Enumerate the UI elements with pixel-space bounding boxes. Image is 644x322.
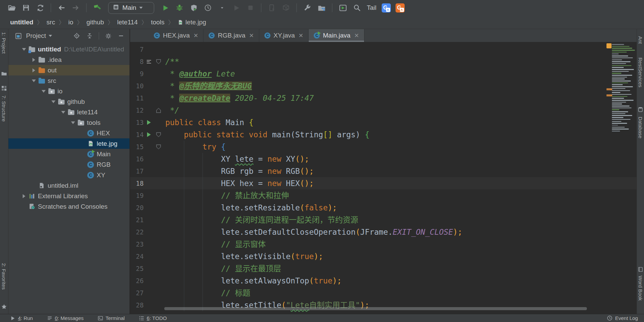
wrench-icon[interactable] — [300, 1, 314, 15]
close-icon[interactable]: ✕ — [299, 32, 303, 39]
gear-icon[interactable] — [103, 31, 113, 41]
close-icon[interactable]: ✕ — [193, 32, 198, 39]
debug-icon[interactable] — [172, 1, 187, 15]
profiler-icon[interactable] — [201, 1, 215, 15]
breadcrumb-file[interactable]: lete.jpg — [178, 19, 206, 26]
tree-item-untitled[interactable]: untitledD:\Lete\IDEA\untitled — [8, 44, 129, 54]
code-line[interactable]: 26 lete.setAlwaysOnTop(true); — [130, 275, 637, 287]
breadcrumb-item[interactable]: lete114 — [117, 19, 138, 26]
code-line[interactable]: 15 try { — [130, 141, 637, 153]
close-icon[interactable]: ✕ — [249, 32, 254, 39]
toolwindow-button-structure[interactable]: 7: Structure — [1, 95, 7, 122]
open-file-icon[interactable] — [5, 1, 19, 15]
tree-item-rgb[interactable]: CRGB — [8, 159, 129, 170]
chevron-down-icon[interactable] — [49, 35, 52, 37]
inspections-status-square[interactable] — [606, 43, 612, 48]
code-line[interactable]: 20 lete.setResizable(false); — [130, 202, 637, 214]
breadcrumb-item[interactable]: src — [47, 19, 55, 26]
breadcrumb-item[interactable]: github — [87, 19, 104, 26]
translate-orange-icon[interactable]: GA — [396, 3, 405, 13]
toolwindow-button-restservices[interactable]: RestServices — [638, 58, 643, 87]
tree-open-arrow[interactable] — [20, 48, 28, 51]
status-item-0-messages[interactable]: 0: Messages — [47, 315, 84, 321]
code-line[interactable]: 17 RGB rgb = new RGB(); — [130, 165, 637, 177]
toolwindow-button-wordbook[interactable]: Word Book — [638, 276, 643, 301]
tree-open-arrow[interactable] — [40, 90, 48, 93]
back-arrow-icon[interactable] — [54, 1, 69, 15]
toolwindow-button-project[interactable]: 1: Project — [1, 32, 7, 53]
code-line[interactable]: 18 HEX hex = new HEX(); — [130, 177, 637, 189]
status-item-6-todo[interactable]: 6: TODO — [139, 315, 167, 321]
tree-item-xy[interactable]: CXY — [8, 170, 129, 180]
error-stripe-mark[interactable] — [606, 94, 612, 96]
error-stripe-mark[interactable] — [606, 88, 612, 90]
close-icon[interactable]: ✕ — [354, 32, 359, 39]
code-line[interactable]: 11 * @createDate 2020- 04-25 17:47 — [130, 92, 637, 104]
build-hammer-icon[interactable] — [90, 1, 104, 15]
toolwindow-button-favorites[interactable]: 2: Favorites — [1, 263, 7, 290]
tree-item-scratches-and-consoles[interactable]: Scratches and Consoles — [8, 201, 129, 212]
code-line[interactable]: 23 // 显示窗体 — [130, 238, 637, 250]
tab-main-java[interactable]: CMain.java✕ — [309, 29, 364, 42]
tab-xy-java[interactable]: CXY.java✕ — [259, 29, 309, 42]
structure-tool-icon[interactable] — [1, 85, 7, 91]
save-all-icon[interactable] — [19, 1, 33, 15]
horizontal-scrollbar[interactable] — [164, 307, 587, 310]
status-item-terminal[interactable]: Terminal — [98, 315, 125, 321]
tab-rgb-java[interactable]: CRGB.java✕ — [204, 29, 259, 42]
code-line[interactable]: 12 */ — [130, 104, 637, 116]
translate-blue-icon[interactable]: GA — [382, 3, 391, 13]
tree-item-hex[interactable]: CHEX — [8, 128, 129, 138]
breadcrumb-item[interactable]: untitled — [10, 19, 33, 26]
dropdown-arrow-icon[interactable] — [215, 1, 229, 15]
tree-open-arrow[interactable] — [69, 121, 77, 124]
status-item-event-log[interactable]: Event Log — [607, 315, 638, 321]
folder-tool-icon[interactable] — [1, 71, 7, 77]
tab-hex-java[interactable]: CHEX.java✕ — [149, 29, 204, 42]
tree-item-main[interactable]: CMain — [8, 149, 129, 159]
tree-closed-arrow[interactable] — [30, 68, 38, 72]
tail-label[interactable]: Tail — [367, 4, 377, 12]
code-line[interactable]: 10 * @乐特的程序永无BUG — [130, 80, 637, 92]
code-line[interactable]: 27 // 标题 — [130, 287, 637, 299]
code-line[interactable]: 13public class Main { — [130, 116, 637, 129]
tree-open-arrow[interactable] — [59, 111, 67, 114]
tree-open-arrow[interactable] — [49, 100, 57, 103]
tree-item--idea[interactable]: .idea — [8, 54, 129, 65]
breadcrumb-item[interactable]: tools — [151, 19, 164, 26]
tree-item-untitled-iml[interactable]: untitled.iml — [8, 180, 129, 191]
project-structure-icon[interactable] — [314, 1, 329, 15]
favorites-star-icon[interactable] — [1, 304, 7, 310]
code-line[interactable]: 8/** — [130, 55, 637, 68]
code-line[interactable]: 9 * @author Lete — [130, 68, 637, 80]
tree-closed-arrow[interactable] — [30, 58, 38, 62]
code-minimap[interactable] — [612, 44, 635, 133]
locate-file-icon[interactable] — [72, 31, 82, 41]
run-line-marker[interactable] — [144, 129, 154, 141]
tree-open-arrow[interactable] — [30, 79, 38, 82]
synchronize-icon[interactable] — [33, 1, 47, 15]
toolwindow-button-ant[interactable]: Ant — [638, 36, 643, 44]
fold-marker[interactable] — [154, 141, 163, 153]
tree-item-out[interactable]: out — [8, 65, 129, 75]
tree-item-src[interactable]: src — [8, 75, 129, 86]
breadcrumb-item[interactable]: io — [68, 19, 73, 26]
collapse-all-icon[interactable] — [85, 31, 95, 41]
wordbook-icon[interactable] — [638, 267, 644, 273]
database-icon[interactable] — [638, 107, 644, 113]
status-item-4-run[interactable]: 4: Run — [10, 315, 33, 321]
code-line[interactable]: 21 // 关闭时连同进程一起关闭，节约资源 — [130, 214, 637, 226]
code-line[interactable]: 14 public static void main(String[] args… — [130, 129, 637, 141]
tree-item-tools[interactable]: tools — [8, 117, 129, 128]
tree-closed-arrow[interactable] — [20, 194, 28, 198]
run-anything-icon[interactable] — [336, 1, 350, 15]
tree-item-lete-jpg[interactable]: lete.jpg — [8, 138, 129, 149]
run-with-coverage-icon[interactable] — [187, 1, 201, 15]
toolwindow-button-database[interactable]: Database — [638, 117, 643, 138]
fold-marker[interactable] — [154, 55, 163, 68]
run-configuration-select[interactable]: Main — [108, 2, 154, 14]
code-editor[interactable]: 78/**9 * @author Lete10 * @乐特的程序永无BUG11 … — [130, 42, 637, 314]
fold-marker[interactable] — [154, 104, 163, 116]
code-line[interactable]: 22 lete.setDefaultCloseOperation(JFrame.… — [130, 226, 637, 238]
code-line[interactable]: 24 lete.setVisible(true); — [130, 250, 637, 262]
